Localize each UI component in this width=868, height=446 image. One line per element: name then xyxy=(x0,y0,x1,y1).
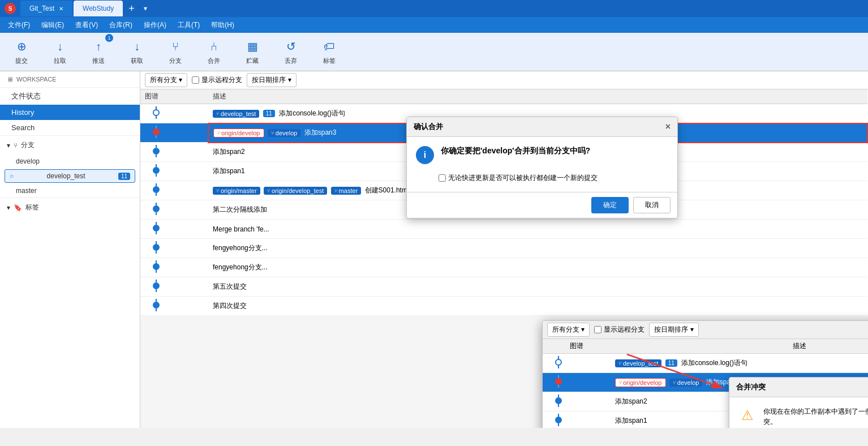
tab-close-git-test[interactable]: ✕ xyxy=(59,6,63,12)
tag-icon: 🏷 xyxy=(321,38,337,54)
branch-filter-dropdown[interactable]: 所有分支 ▾ xyxy=(145,73,187,87)
sw-branch-dropdown[interactable]: 所有分支 ▾ xyxy=(547,323,590,337)
toolbar-push[interactable]: ↑ 1 推送 xyxy=(86,36,111,67)
menu-help[interactable]: 帮助(H) xyxy=(205,18,240,32)
menu-repo[interactable]: 合库(R) xyxy=(104,18,138,32)
svg-point-29 xyxy=(556,417,561,423)
graph-cell xyxy=(140,200,208,220)
toolbar: ⊕ 提交 ↓ 拉取 ↑ 1 推送 ↓ 获取 ⑂ 分支 ⑃ 合并 ▦ 贮藏 ↺ 丢… xyxy=(0,33,868,71)
dialog1-content: i 你确定要把'develop'合并到当前分支中吗? xyxy=(416,146,668,164)
develop-tag: ⑂develop xyxy=(268,129,301,137)
dialog1-message: 你确定要把'develop'合并到当前分支中吗? xyxy=(441,146,590,156)
toolbar-discard[interactable]: ↺ 丢弃 xyxy=(278,36,303,67)
show-remote-checkbox-label[interactable]: 显示远程分支 xyxy=(192,75,242,85)
branch-develop-test[interactable]: ○ develop_test 11 xyxy=(5,169,135,183)
graph-svg xyxy=(145,106,190,119)
toolbar-branch[interactable]: ⑂ 分支 xyxy=(163,36,188,67)
dialog1-cancel-btn[interactable]: 取消 xyxy=(633,197,671,213)
warning-icon: ⚠ xyxy=(738,406,757,424)
app-logo: S xyxy=(5,3,16,14)
table-row[interactable]: Merge branch 'fe... xyxy=(140,220,867,239)
section-branch[interactable]: ▾ ⑂ 分支 xyxy=(0,135,140,155)
svg-point-3 xyxy=(153,129,159,135)
stash-icon: ▦ xyxy=(244,38,260,54)
menu-action[interactable]: 操作(A) xyxy=(138,18,172,32)
origin-master-tag: ⑂origin/master xyxy=(213,187,260,195)
tab-add-button[interactable]: + xyxy=(124,1,139,17)
fetch-icon: ↓ xyxy=(129,38,145,54)
sw-graph-cell xyxy=(543,354,611,373)
graph-cell xyxy=(140,239,208,258)
history-toolbar: 所有分支 ▾ 显示远程分支 按日期排序 ▾ xyxy=(140,71,868,89)
tab-git-test[interactable]: Git_Test ✕ xyxy=(20,1,72,16)
push-badge: 1 xyxy=(105,34,113,42)
chevron-down-icon: ▾ xyxy=(7,141,10,149)
svg-point-27 xyxy=(556,398,561,404)
toolbar-stash[interactable]: ▦ 贮藏 xyxy=(240,36,265,67)
graph-cell xyxy=(140,220,208,239)
workspace-header: 🖥 WORKSPACE xyxy=(0,71,140,88)
sw-graph-cell xyxy=(543,392,611,411)
table-row[interactable]: ⑂develop_test 11 添加console.log()语句 xyxy=(543,354,868,373)
pull-icon: ↓ xyxy=(52,38,68,54)
sidebar-item-history[interactable]: History xyxy=(0,105,140,120)
toolbar-merge[interactable]: ⑃ 合并 xyxy=(201,36,226,67)
dialog1-close[interactable]: × xyxy=(665,122,671,132)
sw-graph-cell xyxy=(543,411,611,428)
sw-sort-dropdown[interactable]: 按日期排序 ▾ xyxy=(649,323,698,337)
toolbar-pull[interactable]: ↓ 拉取 xyxy=(48,36,72,67)
menu-file[interactable]: 文件(F) xyxy=(2,18,36,32)
table-row[interactable]: 第四次提交 xyxy=(140,297,867,316)
dialog1-footer: 确定 取消 xyxy=(407,192,677,218)
merge-icon: ⑃ xyxy=(206,38,222,54)
sw-show-remote[interactable]: 显示远程分支 xyxy=(594,325,644,334)
graph-svg xyxy=(145,260,190,273)
main-layout: 🖥 WORKSPACE 文件状态 History Search ▾ ⑂ 分支 d… xyxy=(0,71,868,428)
svg-point-15 xyxy=(153,245,159,250)
sidebar-item-filestatus[interactable]: 文件状态 xyxy=(0,88,140,105)
graph-cell xyxy=(140,297,208,316)
branch-section-icon: ⑂ xyxy=(14,141,18,149)
sort-dropdown[interactable]: 按日期排序 ▾ xyxy=(247,73,296,87)
tag-section-icon: 🔖 xyxy=(14,204,22,212)
info-icon: i xyxy=(416,146,434,164)
tab-webstudy[interactable]: WebStudy xyxy=(74,1,123,16)
svg-point-9 xyxy=(153,187,159,192)
graph-svg xyxy=(145,145,190,157)
toolbar-commit[interactable]: ⊕ 提交 xyxy=(9,36,34,67)
show-remote-checkbox[interactable] xyxy=(192,76,199,84)
sidebar-item-search[interactable]: Search xyxy=(0,120,140,135)
toolbar-fetch[interactable]: ↓ 获取 xyxy=(124,36,149,67)
branch-master[interactable]: master xyxy=(0,184,140,198)
menu-view[interactable]: 查看(V) xyxy=(70,18,104,32)
table-row[interactable]: 第五次提交 xyxy=(140,277,867,297)
sw-col-graph: 图谱 xyxy=(543,339,611,354)
toolbar-tag[interactable]: 🏷 标签 xyxy=(317,36,342,67)
dialog1-confirm-btn[interactable]: 确定 xyxy=(591,197,629,213)
commit-desc-cell: fengyehong分支... xyxy=(208,239,867,258)
graph-svg xyxy=(145,183,190,196)
menu-edit[interactable]: 编辑(E) xyxy=(36,18,70,32)
sw-develop-test-tag: ⑂develop_test xyxy=(615,359,661,367)
master-tag: ⑂master xyxy=(331,187,362,195)
menu-bar: 文件(F) 编辑(E) 查看(V) 合库(R) 操作(A) 工具(T) 帮助(H… xyxy=(0,17,868,33)
active-branch-indicator: ○ xyxy=(10,172,14,180)
table-row[interactable]: fengyehong分支... xyxy=(140,258,867,277)
svg-point-21 xyxy=(153,302,159,308)
table-row[interactable]: fengyehong分支... xyxy=(140,239,867,258)
dialog1-checkbox[interactable] xyxy=(439,174,446,182)
monitor-icon: 🖥 xyxy=(7,76,13,83)
sw-remote-checkbox[interactable] xyxy=(594,326,601,333)
menu-tools[interactable]: 工具(T) xyxy=(172,18,205,32)
dialog1-checkbox-label[interactable]: 无论快进更新是否可以被执行都创建一个新的提交 xyxy=(439,173,668,183)
svg-point-25 xyxy=(556,379,561,384)
branch-develop[interactable]: develop xyxy=(0,155,140,168)
dialog2-body: ⚠ 你现在在你的工作副本中遇到了一些需要在继续工作之前解决的合并冲突。 你可以选… xyxy=(729,397,868,428)
commit-desc-cell: 第五次提交 xyxy=(208,277,867,297)
svg-point-19 xyxy=(153,283,159,289)
section-tags[interactable]: ▾ 🔖 标签 xyxy=(0,198,140,217)
push-icon: ↑ 1 xyxy=(91,38,106,54)
tab-dropdown[interactable]: ▾ xyxy=(140,2,151,15)
tabs-bar: Git_Test ✕ WebStudy + ▾ xyxy=(20,1,151,17)
svg-point-5 xyxy=(153,148,159,154)
